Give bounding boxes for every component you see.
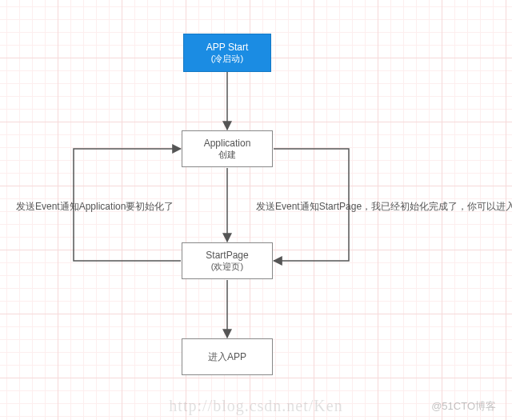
- node-startpage: StartPage (欢迎页): [182, 242, 273, 279]
- edge-label-right: 发送Event通知StartPage，我已经初始化完成了，你可以进入app了: [256, 200, 512, 214]
- node-application-sub: 创建: [218, 149, 236, 161]
- edge-label-left: 发送Event通知Application要初始化了: [16, 200, 174, 214]
- node-enter-app: 进入APP: [182, 338, 273, 375]
- node-app-start-title: APP Start: [206, 42, 248, 53]
- node-enter-app-title: 进入APP: [208, 350, 246, 364]
- node-application-title: Application: [204, 138, 251, 149]
- node-app-start-sub: (冷启动): [211, 53, 243, 65]
- node-application: Application 创建: [182, 130, 273, 167]
- node-startpage-sub: (欢迎页): [211, 261, 243, 273]
- node-startpage-title: StartPage: [206, 250, 248, 261]
- node-app-start: APP Start (冷启动): [183, 34, 271, 72]
